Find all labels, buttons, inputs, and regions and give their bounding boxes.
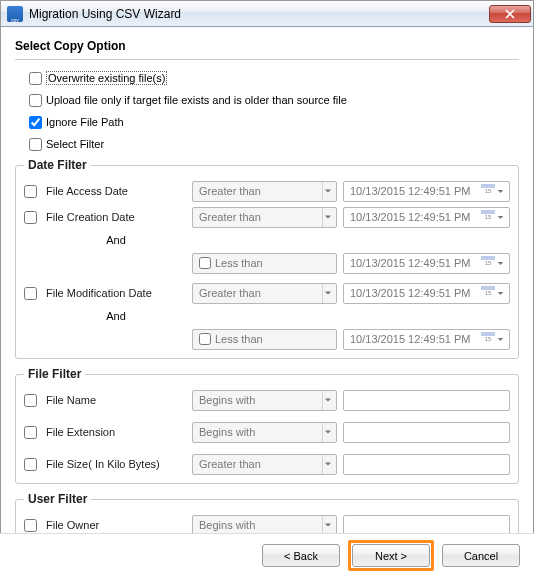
file-name-label: File Name [46, 394, 186, 406]
next-button[interactable]: Next > [352, 544, 430, 567]
date-filter-group: Date Filter File Access Date Greater tha… [15, 158, 519, 359]
less-than-checkbox[interactable] [199, 333, 211, 345]
file-size-input[interactable] [343, 454, 510, 475]
user-filter-legend: User Filter [24, 492, 91, 506]
calendar-icon [481, 256, 495, 270]
file-access-date-op-combobox[interactable]: Greater than [192, 181, 337, 202]
overwrite-checkbox[interactable] [29, 72, 42, 85]
upload-if-older-label: Upload file only if target file exists a… [46, 94, 347, 106]
file-creation-date-picker1[interactable]: 10/13/2015 12:49:51 PM [343, 207, 510, 228]
file-owner-checkbox[interactable] [24, 519, 37, 532]
title-bar: Migration Using CSV Wizard [1, 1, 533, 27]
file-extension-op-combobox[interactable]: Begins with [192, 422, 337, 443]
copy-options: Overwrite existing file(s) Upload file o… [15, 70, 519, 152]
file-modification-date-op1-combobox[interactable]: Greater than [192, 283, 337, 304]
ignore-file-path-checkbox[interactable] [29, 116, 42, 129]
file-creation-date-label: File Creation Date [46, 211, 186, 223]
chevron-down-icon [495, 336, 505, 343]
file-access-date-label: File Access Date [46, 185, 186, 197]
file-extension-checkbox[interactable] [24, 426, 37, 439]
chevron-down-icon [495, 188, 505, 195]
file-name-input[interactable] [343, 390, 510, 411]
file-extension-label: File Extension [46, 426, 186, 438]
and-label: And [46, 310, 186, 322]
chevron-down-icon [322, 516, 336, 535]
close-icon [505, 9, 515, 19]
select-filter-label: Select Filter [46, 138, 104, 150]
file-size-checkbox[interactable] [24, 458, 37, 471]
file-filter-group: File Filter File Name Begins with File E… [15, 367, 519, 484]
file-creation-date-op2-combobox[interactable]: Less than [192, 253, 337, 274]
calendar-icon [481, 286, 495, 300]
calendar-icon [481, 184, 495, 198]
chevron-down-icon [322, 423, 336, 442]
file-modification-date-checkbox[interactable] [24, 287, 37, 300]
upload-if-older-checkbox[interactable] [29, 94, 42, 107]
and-label: And [46, 234, 186, 246]
back-button[interactable]: < Back [262, 544, 340, 567]
chevron-down-icon [495, 214, 505, 221]
window-title: Migration Using CSV Wizard [29, 7, 489, 21]
file-creation-date-op1-combobox[interactable]: Greater than [192, 207, 337, 228]
window-close-button[interactable] [489, 5, 531, 23]
next-button-highlight: Next > [348, 540, 434, 571]
cancel-button[interactable]: Cancel [442, 544, 520, 567]
calendar-icon [481, 210, 495, 224]
chevron-down-icon [322, 455, 336, 474]
overwrite-label: Overwrite existing file(s) [46, 71, 167, 85]
file-extension-input[interactable] [343, 422, 510, 443]
file-filter-legend: File Filter [24, 367, 85, 381]
chevron-down-icon [495, 290, 505, 297]
file-size-op-combobox[interactable]: Greater than [192, 454, 337, 475]
chevron-down-icon [322, 284, 336, 303]
page-heading: Select Copy Option [15, 39, 519, 53]
file-creation-date-picker2[interactable]: 10/13/2015 12:49:51 PM [343, 253, 510, 274]
file-name-op-combobox[interactable]: Begins with [192, 390, 337, 411]
chevron-down-icon [322, 208, 336, 227]
chevron-down-icon [495, 260, 505, 267]
app-icon [7, 6, 23, 22]
date-filter-legend: Date Filter [24, 158, 91, 172]
file-size-label: File Size( In Kilo Bytes) [46, 458, 186, 470]
file-access-date-picker[interactable]: 10/13/2015 12:49:51 PM [343, 181, 510, 202]
file-creation-date-checkbox[interactable] [24, 211, 37, 224]
file-owner-label: File Owner [46, 519, 186, 531]
wizard-button-bar: < Back Next > Cancel [0, 533, 534, 577]
file-access-date-checkbox[interactable] [24, 185, 37, 198]
file-modification-date-picker1[interactable]: 10/13/2015 12:49:51 PM [343, 283, 510, 304]
ignore-file-path-label: Ignore File Path [46, 116, 124, 128]
chevron-down-icon [322, 182, 336, 201]
file-modification-date-label: File Modification Date [46, 287, 186, 299]
separator [15, 59, 519, 60]
file-modification-date-picker2[interactable]: 10/13/2015 12:49:51 PM [343, 329, 510, 350]
select-filter-checkbox[interactable] [29, 138, 42, 151]
calendar-icon [481, 332, 495, 346]
less-than-checkbox[interactable] [199, 257, 211, 269]
file-modification-date-op2-combobox[interactable]: Less than [192, 329, 337, 350]
file-name-checkbox[interactable] [24, 394, 37, 407]
chevron-down-icon [322, 391, 336, 410]
page-body: Select Copy Option Overwrite existing fi… [1, 27, 533, 545]
